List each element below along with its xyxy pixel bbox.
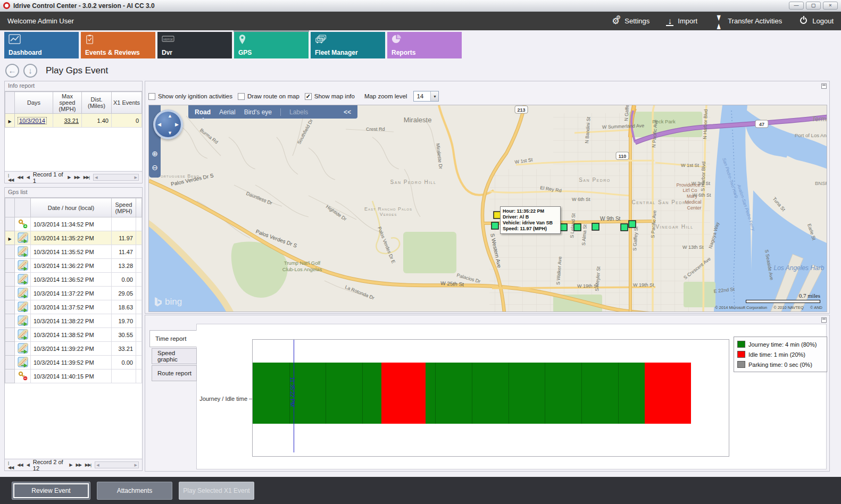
record-nav-next-icon[interactable]: ▶▶| <box>85 463 91 467</box>
nav-tab-label: Events & Reviews <box>85 49 151 56</box>
down-button[interactable]: ↓ <box>23 64 37 78</box>
bing-logo-text: bing <box>165 297 182 307</box>
map-mode-aerial[interactable]: Aerial <box>219 108 236 116</box>
nav-tab-gps[interactable]: GPS <box>234 32 309 58</box>
nav-tab-dashboard[interactable]: Dashboard <box>4 32 79 58</box>
gps-point-marker[interactable] <box>629 221 636 228</box>
col-dist[interactable]: Dist. (Miles) <box>82 92 112 114</box>
nav-tab-reports[interactable]: Reports <box>387 32 462 58</box>
clipboard-icon <box>85 34 95 45</box>
record-nav-scrollbar[interactable]: ◀▶ <box>93 174 139 181</box>
settings-button[interactable]: ⚙⚙Settings <box>610 13 650 30</box>
gps-list-row[interactable]: 10/3/2014 11:39:22 PM33.21 <box>5 342 142 356</box>
chart-row-label: Journey / Idle time <box>166 396 247 402</box>
gps-point-marker[interactable] <box>592 223 599 230</box>
nav-tab-fleet-manager[interactable]: Fleet Manager <box>311 32 385 58</box>
map-canvas[interactable]: 21311047 Burma RdSouthfield DrCrest RdMi… <box>148 105 827 312</box>
map-svg: 21311047 Burma RdSouthfield DrCrest RdMi… <box>149 105 827 312</box>
map-zoom-select[interactable]: 14 ▼ <box>413 91 439 102</box>
close-button[interactable]: × <box>823 2 838 10</box>
review-event-button[interactable]: Review Event <box>12 482 90 500</box>
pan-up-icon[interactable]: ▲ <box>168 113 172 119</box>
max-speed-value[interactable]: 33.21 <box>64 117 79 124</box>
transfer-activities-button[interactable]: ▼▲Transfer Activities <box>713 13 782 30</box>
checkbox-label: Show map info <box>314 93 355 99</box>
day-link[interactable]: 10/3/2014 <box>18 117 47 124</box>
info-report-row[interactable]: ▶ 10/3/2014 33.21 1.40 0 <box>5 114 142 128</box>
segment-divider <box>618 363 619 424</box>
record-nav-prev-icon[interactable]: ◀◀ <box>17 463 22 467</box>
zoom-out-icon[interactable]: ⊖ <box>151 164 159 171</box>
chevron-down-icon: ▼ <box>430 91 438 101</box>
pan-down-icon[interactable]: ▼ <box>168 130 172 136</box>
maximize-button[interactable]: ▢ <box>806 2 821 10</box>
gps-list-row[interactable]: 10/3/2014 11:36:52 PM0.00 <box>5 273 142 287</box>
gps-list-row[interactable]: 10/3/2014 11:38:52 PM30.55 <box>5 328 142 342</box>
map-mode-road[interactable]: Road <box>195 108 211 116</box>
attachments-button[interactable]: Attachments <box>97 482 172 500</box>
record-nav-next-icon[interactable]: ▶ <box>69 463 72 467</box>
map-mode-labels[interactable]: Labels <box>289 108 308 116</box>
panel-restore-icon[interactable] <box>821 317 827 323</box>
col-max-speed[interactable]: Max speed (MPH) <box>53 92 82 114</box>
col-x1-events[interactable]: X1 Events <box>112 92 142 114</box>
gps-list-row[interactable]: ▶10/3/2014 11:35:22 PM11.97 <box>5 231 142 245</box>
checkbox-option-2[interactable]: ✓Show map info <box>305 93 355 100</box>
back-button[interactable]: ← <box>5 64 19 78</box>
map-mode-birdseye[interactable]: Bird's eye <box>244 108 272 116</box>
checkbox-icon[interactable] <box>148 93 155 100</box>
gps-point-marker[interactable] <box>621 224 628 231</box>
record-nav-next-icon[interactable]: ▶▶ <box>74 175 80 180</box>
record-nav-prev-icon[interactable]: ◀ <box>27 175 29 180</box>
map-compass[interactable]: ▲ ▼ ◀ ▶ <box>153 110 183 139</box>
checkbox-option-0[interactable]: Show only ignition activities <box>148 93 232 100</box>
nav-tab-events-reviews[interactable]: Events & Reviews <box>81 32 155 58</box>
record-nav-next-icon[interactable]: ▶ <box>68 175 70 180</box>
gps-list-row[interactable]: 10/3/2014 11:37:22 PM29.05 <box>5 287 142 300</box>
col-date-hour[interactable]: Date / hour (local) <box>31 198 112 217</box>
record-nav-next-icon[interactable]: ▶▶ <box>76 463 81 467</box>
record-nav-prev-icon[interactable]: ◀ <box>27 463 29 467</box>
chart-tab-route-report[interactable]: Route report <box>152 365 197 381</box>
gps-list-row[interactable]: 10/3/2014 11:35:52 PM11.47 <box>5 245 142 259</box>
record-nav-prev-icon[interactable]: ◀◀ <box>17 175 22 180</box>
gps-list-row[interactable]: 10/3/2014 11:36:22 PM13.28 <box>5 259 142 273</box>
col-speed[interactable]: Speed (MPH) <box>112 198 136 217</box>
chart-tab-speed-graphic[interactable]: Speed graphic <box>152 348 197 364</box>
gps-point-marker[interactable] <box>574 224 581 231</box>
nav-tab-dvr[interactable]: MERGEDvr <box>157 32 232 58</box>
idle-segment <box>645 363 691 424</box>
map-label: Providence <box>676 182 700 188</box>
zoom-in-icon[interactable]: ⊕ <box>151 150 159 157</box>
map-panel: Show only ignition activitiesDraw route … <box>145 81 830 314</box>
panel-restore-icon[interactable] <box>821 83 827 89</box>
legend-swatch <box>737 341 745 348</box>
import-button[interactable]: ↓Import <box>665 13 697 30</box>
record-nav-prev-icon[interactable]: |◀◀ <box>8 173 13 182</box>
gps-date-value: 10/3/2014 11:35:52 PM <box>31 245 112 259</box>
attribution-text: © AND <box>810 305 822 310</box>
gps-list-row[interactable]: −10/3/2014 11:40:15 PM <box>5 369 142 383</box>
pan-left-icon[interactable]: ◀ <box>157 122 161 127</box>
chart-tab-time-report[interactable]: Time report <box>149 330 197 347</box>
timeline-plot: 11:35:22 PM <box>252 339 729 457</box>
gps-list-row[interactable]: 10/3/2014 11:37:52 PM18.63 <box>5 300 142 314</box>
gps-list-row[interactable]: +10/3/2014 11:34:52 PM <box>5 217 142 231</box>
map-label: Vinegar Hill <box>655 224 693 230</box>
gps-point-marker[interactable] <box>492 222 498 229</box>
checkbox-icon[interactable]: ✓ <box>305 93 312 100</box>
record-nav-scrollbar[interactable]: ◀▶ <box>95 461 139 468</box>
gps-point-marker[interactable] <box>560 224 567 231</box>
pan-right-icon[interactable]: ▶ <box>175 122 179 127</box>
gps-list-row[interactable]: 10/3/2014 11:38:22 PM19.70 <box>5 314 142 328</box>
minimize-button[interactable]: — <box>789 2 804 10</box>
checkbox-icon[interactable] <box>238 93 245 100</box>
logout-button[interactable]: Logout <box>798 13 834 30</box>
gps-point-icon <box>18 307 28 313</box>
record-nav-next-icon[interactable]: ▶▶| <box>84 175 89 180</box>
collapse-icon[interactable]: << <box>344 108 351 116</box>
gps-list-row[interactable]: 10/3/2014 11:39:52 PM0.00 <box>5 356 142 369</box>
checkbox-option-1[interactable]: Draw route on map <box>238 93 299 100</box>
col-days[interactable]: Days <box>15 92 53 114</box>
record-nav-prev-icon[interactable]: |◀◀ <box>8 460 13 470</box>
